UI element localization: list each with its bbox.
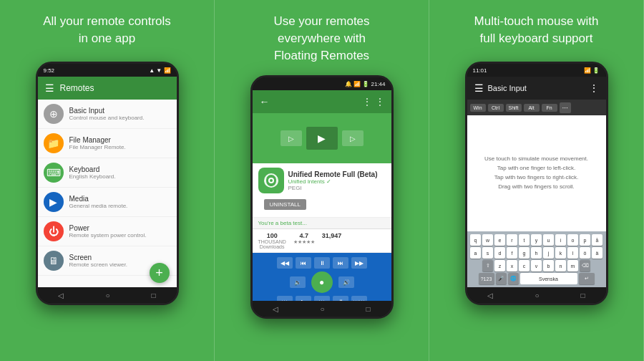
key-b[interactable]: b — [543, 260, 554, 271]
beta-bar: You're a beta test... — [253, 218, 391, 229]
list-item[interactable]: 📁 File Manager File Manager Remote. — [38, 129, 177, 158]
fab-button[interactable]: + — [150, 263, 170, 283]
back-button[interactable]: ◁ — [487, 292, 493, 299]
back-icon[interactable]: ← — [260, 96, 270, 107]
key-e[interactable]: e — [494, 234, 505, 246]
remote-btn[interactable]: ⏮ — [277, 296, 293, 301]
remote-btn[interactable]: ⏭ — [314, 296, 330, 301]
key-enter[interactable]: ↵ — [579, 273, 595, 284]
recents-button[interactable]: □ — [366, 305, 370, 313]
hamburger-icon[interactable]: ☰ — [45, 82, 54, 94]
key-p[interactable]: p — [580, 234, 590, 246]
key-mic[interactable]: 🎤 — [496, 273, 507, 284]
phone-1-screen: ☰ Remotes ⊕ Basic Input Control mouse an… — [38, 77, 177, 287]
key-shift[interactable]: ⇧ — [482, 260, 493, 271]
remote-btn[interactable]: ⏮ — [296, 257, 311, 269]
key-a-umlaut[interactable]: ä — [592, 247, 602, 259]
more-keys-icon[interactable]: ··· — [560, 102, 571, 113]
key-a[interactable]: a — [470, 247, 481, 259]
hero-thumb-3: ▷ — [342, 130, 364, 146]
key-h[interactable]: h — [531, 247, 542, 259]
remote-btn[interactable]: ⏭ — [333, 257, 348, 269]
key-a-ring[interactable]: å — [592, 234, 602, 246]
key-n[interactable]: n — [555, 260, 566, 271]
key-d[interactable]: d — [494, 247, 505, 259]
back-button[interactable]: ◁ — [273, 305, 278, 313]
kb-row-4: ?123 🎤 🌐 Svenska ↵ — [469, 273, 605, 284]
list-item[interactable]: ▶ Media General media remote. — [38, 188, 177, 217]
key-z[interactable]: z — [494, 260, 505, 271]
share-icon[interactable]: ⋮ — [363, 97, 371, 107]
home-button[interactable]: ○ — [105, 292, 109, 299]
remote-vol-up[interactable]: 🔊 — [338, 276, 354, 288]
toolbar-title: Basic Input — [488, 84, 527, 92]
more-icon[interactable]: ⋮ — [376, 97, 384, 107]
remote-center-btn[interactable]: ● — [311, 271, 333, 293]
list-item[interactable]: ⏻ Power Remote system power control. — [38, 217, 177, 246]
key-t[interactable]: t — [519, 234, 530, 246]
remote-btn[interactable]: ⏭⏭ — [351, 296, 367, 301]
list-item[interactable]: ⊕ Basic Input Control mouse and keyboard… — [38, 100, 177, 129]
key-l[interactable]: l — [567, 247, 578, 259]
uninstall-area: UNINSTALL — [258, 196, 386, 213]
key-space[interactable]: Svenska — [520, 273, 577, 284]
key-y[interactable]: y — [531, 234, 542, 246]
home-button[interactable]: ○ — [535, 292, 539, 299]
remote-btn[interactable]: ▶ — [296, 296, 311, 301]
key-123[interactable]: ?123 — [479, 273, 494, 284]
key-f[interactable]: f — [507, 247, 517, 259]
phone-2-nav: ◁ ○ □ — [253, 301, 391, 317]
recents-button[interactable]: □ — [151, 292, 155, 299]
fn-key[interactable]: Fn — [542, 104, 557, 112]
key-u[interactable]: u — [543, 234, 554, 246]
remote-btn[interactable]: ▶▶ — [351, 257, 367, 269]
remote-btn[interactable]: ⏸ — [333, 296, 348, 301]
key-o[interactable]: o — [567, 234, 578, 246]
key-s[interactable]: s — [482, 247, 493, 259]
key-j[interactable]: j — [543, 247, 554, 259]
key-globe[interactable]: 🌐 — [508, 273, 519, 284]
remote-vol-down[interactable]: 🔉 — [290, 276, 306, 288]
phone-2-statusbar: 🔔 📶 🔋 21:44 — [253, 77, 391, 90]
key-q[interactable]: q — [470, 234, 481, 246]
key-g[interactable]: g — [519, 247, 530, 259]
header-icons: ⋮ ⋮ — [363, 97, 384, 107]
key-i[interactable]: i — [555, 234, 566, 246]
key-v[interactable]: v — [531, 260, 542, 271]
status-icons: 📶 🔋 — [584, 67, 600, 74]
back-button[interactable]: ◁ — [58, 292, 64, 299]
status-time: 9:52 — [44, 67, 55, 74]
keyboard-area: q w e r t y u i o p å a s d f — [467, 231, 606, 287]
item-name: Power — [69, 224, 171, 232]
key-m[interactable]: m — [567, 260, 578, 271]
kb-row-1: q w e r t y u i o p å — [469, 234, 605, 246]
home-button[interactable]: ○ — [320, 305, 324, 313]
ctrl-key[interactable]: Ctrl — [488, 104, 504, 112]
uninstall-button[interactable]: UNINSTALL — [264, 199, 306, 210]
panel-1-title: All your remote controls in one app — [43, 13, 171, 50]
touchpad-area[interactable]: Use touch to simulate mouse movement. Ta… — [467, 115, 606, 231]
remote-btn[interactable]: ⏸ — [314, 257, 330, 269]
status-icons: 🔔 📶 🔋 21:44 — [345, 81, 386, 87]
app-stats: 100 THOUSANDDownloads 4.7 ★★★★★ 31,947 — [253, 229, 391, 253]
item-desc: File Manager Remote. — [69, 144, 171, 150]
item-text: Basic Input Control mouse and keyboard. — [69, 107, 171, 121]
win-key[interactable]: Win — [470, 104, 486, 112]
more-options-icon[interactable]: ⋮ — [589, 82, 599, 94]
key-r[interactable]: r — [507, 234, 517, 246]
key-w[interactable]: w — [482, 234, 493, 246]
recents-button[interactable]: □ — [580, 292, 585, 299]
alt-key[interactable]: Alt — [524, 104, 540, 112]
list-item[interactable]: ⌨ Keyboard English Keyboard. — [38, 158, 177, 188]
key-c[interactable]: c — [519, 260, 530, 271]
hamburger-icon[interactable]: ☰ — [474, 82, 484, 94]
key-x[interactable]: x — [507, 260, 517, 271]
touchpad-instructions: Use touch to simulate mouse movement. Ta… — [484, 155, 588, 191]
shift-key[interactable]: Shift — [506, 104, 522, 112]
remote-btn[interactable]: ◀◀ — [277, 257, 293, 269]
phone-1-statusbar: 9:52 ▲ ▼ 📶 — [38, 64, 177, 77]
key-backspace[interactable]: ⌫ — [580, 260, 590, 271]
phone-3: 11:01 📶 🔋 ☰ Basic Input ⋮ Win Ctrl Shift… — [465, 62, 608, 305]
key-o-umlaut[interactable]: ö — [580, 247, 590, 259]
key-k[interactable]: k — [555, 247, 566, 259]
